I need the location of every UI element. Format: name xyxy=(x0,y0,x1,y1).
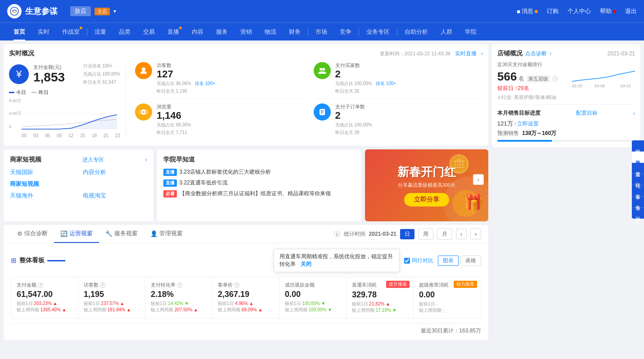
help-text: 帮助 xyxy=(600,7,612,15)
nav-item-audience[interactable]: 人群 xyxy=(434,23,459,41)
nav-item-academy[interactable]: 学院 xyxy=(459,23,483,41)
header-right: ■ 消息 订购 个人中心 帮助 退出 xyxy=(517,7,637,15)
metrics-scroll-right[interactable]: › xyxy=(473,174,484,185)
nav-item-category[interactable]: 品类 xyxy=(113,23,137,41)
nav-item-competition[interactable]: 竞争 xyxy=(333,23,358,41)
store-date: 2021-03-21 xyxy=(608,50,635,57)
config-target-link[interactable]: 配置目标 xyxy=(576,109,598,117)
next-arrow[interactable]: › xyxy=(470,229,481,239)
side-item-industry[interactable]: 行业 xyxy=(632,208,644,219)
side-item-aov[interactable]: 客单 xyxy=(632,185,644,197)
date-btn-week[interactable]: 周 xyxy=(418,229,433,240)
message-link[interactable]: 消息 xyxy=(522,7,533,15)
side-item-conversion[interactable]: 转化 xyxy=(632,174,644,185)
sv-link-tmall-overseas[interactable]: 天猫海外 xyxy=(10,192,74,200)
nav-item-service[interactable]: 服务 xyxy=(210,23,234,41)
short-video-card: 商家短视频 进入专区 › 天猫国际 内容分析 商家短视频 天猫海外 电视淘宝 xyxy=(4,149,153,221)
academy-text-0[interactable]: 3.23店铺人群标签优化的三大硬核分析 xyxy=(180,168,271,176)
nav-item-finance[interactable]: 财务 xyxy=(283,23,307,41)
compare-checkbox[interactable] xyxy=(404,258,410,264)
academy-item-0: 直播 3.23店铺人群标签优化的三大硬核分析 xyxy=(163,168,355,176)
badge-must-0: 必看 xyxy=(163,190,177,197)
nav-item-content[interactable]: 内容 xyxy=(185,23,210,41)
side-quick-panel: 实时 整体 流量 转化 客单 竞争 行业 xyxy=(632,140,644,219)
help-dot xyxy=(613,10,616,13)
banner-button[interactable]: 立即分享 xyxy=(404,193,449,206)
svg-point-8 xyxy=(320,68,322,71)
info-icon-visitors[interactable]: ? xyxy=(100,283,105,288)
side-item-realtime[interactable]: 实时 xyxy=(632,140,644,152)
realtime-live-link[interactable]: 实时直播 xyxy=(455,50,477,58)
info-icon-conversion[interactable]: ? xyxy=(177,283,182,288)
store-name-bg: 肤店 xyxy=(70,6,91,16)
nav-item-bizzone[interactable]: 业务专区 xyxy=(360,23,396,41)
academy-text-2[interactable]: 【商业数据分析师三月认证福利】纸质证书、精品课程等你来领 xyxy=(180,190,331,197)
diag-link[interactable]: 点击诊断 xyxy=(525,50,547,58)
banner-title: 新春开门红 xyxy=(397,164,456,180)
chart-view-btn[interactable]: 图表 xyxy=(438,256,459,266)
sv-link-merchant-video[interactable]: 商家短视频 xyxy=(10,180,74,188)
banner-subtitle: 分享赢流量纵横最高300天 xyxy=(397,182,456,188)
diag-arrow-icon: › xyxy=(549,50,551,57)
order-link[interactable]: 订购 xyxy=(547,7,558,15)
store-mini-chart: 02-20 03-06 03-21 xyxy=(572,61,635,88)
academy-text-1[interactable]: 3.22直通车低价引流 xyxy=(180,179,228,187)
tab-manage-window[interactable]: 👤 管理视窗 xyxy=(144,225,189,243)
table-view-btn[interactable]: 表格 xyxy=(460,256,481,266)
user-icon: 👤 xyxy=(150,230,158,237)
metric-cell-aov: 客单价 ? 2,367.19 较前1日 4.96% ▲ 较上周同期 69.09%… xyxy=(212,277,279,318)
nav-item-traffic[interactable]: 流量 xyxy=(88,23,113,41)
nav-bar: 首页 实时 作战室 流量 品类 交易 直播 内容 服务 营销 物流 财务 市场 … xyxy=(0,22,644,40)
sv-link-content-analysis[interactable]: 内容分析 xyxy=(83,168,147,176)
info-icon-ranking[interactable]: ? xyxy=(552,76,558,82)
nav-item-logistics[interactable]: 物流 xyxy=(258,23,283,41)
help-link[interactable]: 帮助 xyxy=(600,7,616,15)
logout-link[interactable]: 退出 xyxy=(625,7,637,15)
payment-chart: 8.00万 4.00万 0 xyxy=(9,98,117,131)
industry-rank: 行业排名 100+ xyxy=(83,62,120,70)
nav-item-marketing[interactable]: 营销 xyxy=(234,23,258,41)
nav-item-realtime[interactable]: 实时 xyxy=(32,23,56,41)
academy-title: 学院早知道 xyxy=(163,156,355,164)
side-item-traffic[interactable]: 流量 xyxy=(632,163,644,174)
tab-ops-window[interactable]: 🔄 运营视窗 xyxy=(54,225,99,243)
total-label: 最近30日累计：163.85万 xyxy=(421,328,481,334)
nav-item-warroom[interactable]: 作战室 xyxy=(56,23,86,41)
nav-item-market[interactable]: 市场 xyxy=(309,23,333,41)
svg-point-7 xyxy=(142,67,145,71)
sales-set-link[interactable]: 立即设置 xyxy=(517,121,539,127)
ztc-promote-badge[interactable]: 提升搜索 xyxy=(386,281,410,288)
metric-buyers: 支付买家数 2 无线占比 100.00% 排名 100+昨日全天 26 xyxy=(314,62,483,99)
tab-service-window[interactable]: 🔧 服务视窗 xyxy=(99,225,144,243)
promo-banner[interactable]: 🪙 🎁 新春开门红 分享赢流量纵横最高300天 立即分享 xyxy=(365,149,488,221)
realtime-title: 实时概况 xyxy=(9,49,34,58)
prev-arrow[interactable]: ‹ xyxy=(456,229,467,239)
date-btn-month[interactable]: 月 xyxy=(437,229,452,240)
account-link[interactable]: 个人中心 xyxy=(567,7,591,15)
sv-link-tv-taobao[interactable]: 电视淘宝 xyxy=(83,192,147,200)
refund-cell-value: 0.00 xyxy=(285,290,341,299)
info-icon-aov[interactable]: ? xyxy=(234,283,239,288)
yesterday-total: 昨日全天 61,547 xyxy=(83,78,120,86)
nav-item-transaction[interactable]: 交易 xyxy=(137,23,161,41)
side-item-competition[interactable]: 竞争 xyxy=(632,197,644,208)
metric-cell-visitors: 访客数 ? 1,195 较前1日 237.57% ▲ 较上周同期 181.84%… xyxy=(78,277,145,318)
sv-link-tmall-intl[interactable]: 天猫国际 xyxy=(10,168,74,176)
tab-diagnosis[interactable]: ⚙ 综合诊断 xyxy=(11,225,54,243)
date-btn-day[interactable]: 日 xyxy=(400,229,414,239)
sv-enter-link[interactable]: 进入专区 xyxy=(82,156,104,164)
nav-item-home[interactable]: 首页 xyxy=(7,23,32,41)
store-dropdown-icon[interactable]: ▾ xyxy=(113,8,116,14)
message-icon-area[interactable]: ■ 消息 xyxy=(517,7,538,15)
realtime-header: 实时概况 更新时间：2021-03-22 11:43:38 实时直播 › xyxy=(9,49,483,58)
metrics-grid: 访客数 127 无线占比 96.06% 排名 100+昨日全天 1,195 支付… xyxy=(126,62,483,140)
svg-point-9 xyxy=(322,68,325,71)
info-icon-payment[interactable]: ? xyxy=(38,283,43,288)
nav-item-selfanalysis[interactable]: 自助分析 xyxy=(398,23,434,41)
side-item-overall[interactable]: 整体 xyxy=(632,152,644,163)
nav-item-live[interactable]: 直播 xyxy=(161,23,185,41)
tooltip-close-btn[interactable]: 关闭 xyxy=(301,261,311,267)
super-rec-badge[interactable]: 助力推荐 xyxy=(454,281,477,288)
metrics-row: 支付金额 ? 61,547.00 较前1日 203.23% ▲ 较上周同期 13… xyxy=(11,277,481,319)
academy-item-1: 直播 3.22直通车低价引流 xyxy=(163,179,355,187)
